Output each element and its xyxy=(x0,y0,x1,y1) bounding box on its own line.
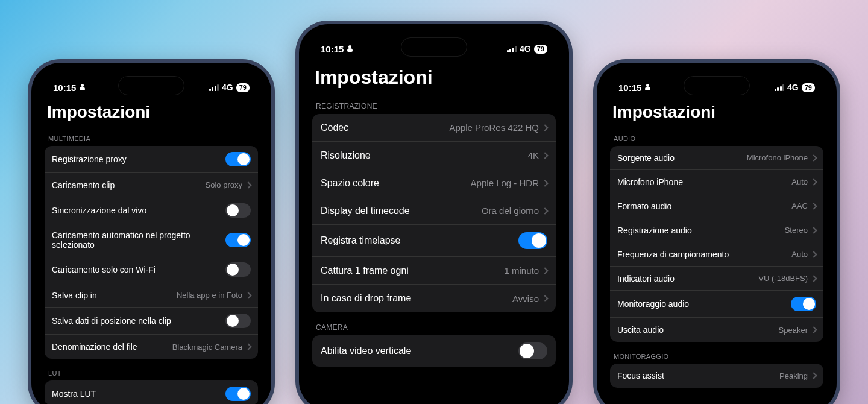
row-label: Salva clip in xyxy=(52,291,97,300)
toggle-salva-dati-di-posizione-nella-clip[interactable] xyxy=(225,314,251,328)
phone-left: 10:15 4G 79 Impostazioni MULTIMEDIARegis… xyxy=(31,63,271,404)
toggle-registrazione-proxy[interactable] xyxy=(225,152,251,166)
row-label: Registrazione proxy xyxy=(52,154,127,164)
row-label: Risoluzione xyxy=(321,150,371,161)
row-label: Formato audio xyxy=(617,201,671,211)
row-label: Indicatori audio xyxy=(617,274,675,283)
row-registrazione-proxy[interactable]: Registrazione proxy xyxy=(45,146,258,173)
status-time: 10:15 xyxy=(321,44,344,54)
row-value: Auto xyxy=(791,250,816,259)
section-multimedia: Registrazione proxyCaricamento clipSolo … xyxy=(45,146,258,359)
page-title: Impostazioni xyxy=(304,59,564,91)
row-microfono-iphone[interactable]: Microfono iPhoneAuto xyxy=(610,170,823,194)
chevron-right-icon xyxy=(541,295,548,301)
toggle-sincronizzazione-dal-vivo[interactable] xyxy=(225,203,251,218)
page-title: Impostazioni xyxy=(36,98,266,124)
row-codec[interactable]: CodecApple ProRes 422 HQ xyxy=(312,114,556,142)
phone-center: 10:15 4G 79 Impostazioni REGISTRAZIONECo… xyxy=(299,24,569,404)
row-caricamento-automatico-nel-progetto-sele[interactable]: Caricamento automatico nel progetto sele… xyxy=(45,224,258,256)
row-denominazione-del-file[interactable]: Denominazione del fileBlackmagic Camera xyxy=(45,335,258,359)
content-center[interactable]: REGISTRAZIONECodecApple ProRes 422 HQRis… xyxy=(304,91,564,367)
chevron-right-icon xyxy=(810,227,817,233)
row-frequenza-di-campionamento[interactable]: Frequenza di campionamentoAuto xyxy=(610,242,823,267)
row-value: 4K xyxy=(528,150,547,160)
row-label: Mostra LUT xyxy=(52,389,96,399)
row-label: Registra timelapse xyxy=(321,235,401,246)
toggle-caricamento-automatico-nel-progetto-sele[interactable] xyxy=(225,233,251,247)
row-in-caso-di-drop-frame[interactable]: In caso di drop frameAvviso xyxy=(312,285,556,312)
row-risoluzione[interactable]: Risoluzione4K xyxy=(312,142,556,169)
person-icon xyxy=(79,84,86,91)
row-salva-dati-di-posizione-nella-clip[interactable]: Salva dati di posizione nella clip xyxy=(45,308,258,335)
row-focus-assist[interactable]: Focus assistPeaking xyxy=(610,364,823,388)
row-formato-audio[interactable]: Formato audioAAC xyxy=(610,194,823,218)
content-right[interactable]: AUDIOSorgente audioMicrofono iPhoneMicro… xyxy=(602,124,832,388)
row-sorgente-audio[interactable]: Sorgente audioMicrofono iPhone xyxy=(610,146,823,170)
section-camera: Abilita video verticale xyxy=(312,335,556,367)
content-left[interactable]: MULTIMEDIARegistrazione proxyCaricamento… xyxy=(36,124,266,404)
page-title: Impostazioni xyxy=(602,98,832,124)
status-time: 10:15 xyxy=(53,83,76,93)
row-display-del-timecode[interactable]: Display del timecodeOra del giorno xyxy=(312,197,556,225)
section-header-multimedia: MULTIMEDIA xyxy=(45,124,258,146)
row-value: Blackmagic Camera xyxy=(172,342,251,352)
row-mostra-lut[interactable]: Mostra LUT xyxy=(45,380,258,404)
row-monitoraggio-audio[interactable]: Monitoraggio audio xyxy=(610,291,823,318)
row-value-text: Peaking xyxy=(779,371,808,380)
row-label: Focus assist xyxy=(617,371,664,380)
toggle-caricamento-solo-con-wi-fi[interactable] xyxy=(225,262,251,277)
row-caricamento-clip[interactable]: Caricamento clipSolo proxy xyxy=(45,173,258,197)
row-label: Caricamento clip xyxy=(52,180,115,190)
row-label: Display del timecode xyxy=(321,206,410,216)
row-label: Salva dati di posizione nella clip xyxy=(52,316,171,326)
row-abilita-video-verticale[interactable]: Abilita video verticale xyxy=(312,335,556,367)
chevron-right-icon xyxy=(810,372,817,379)
row-value: Nella app e in Foto xyxy=(177,291,251,300)
toggle-mostra-lut[interactable] xyxy=(225,387,251,401)
toggle-registra-timelapse[interactable] xyxy=(518,232,547,249)
section-header-audio: AUDIO xyxy=(610,124,823,146)
network-label: 4G xyxy=(520,44,531,54)
screen-left: 10:15 4G 79 Impostazioni MULTIMEDIARegis… xyxy=(36,68,266,404)
toggle-monitoraggio-audio[interactable] xyxy=(791,297,816,311)
row-label: Denominazione del file xyxy=(52,342,137,352)
row-value-text: Avviso xyxy=(512,294,539,304)
row-value: Solo proxy xyxy=(206,180,251,189)
row-caricamento-solo-con-wi-fi[interactable]: Caricamento solo con Wi-Fi xyxy=(45,256,258,283)
row-spazio-colore[interactable]: Spazio coloreApple Log - HDR xyxy=(312,169,556,197)
row-cattura-1-frame-ogni[interactable]: Cattura 1 frame ogni1 minuto xyxy=(312,257,556,285)
toggle-abilita-video-verticale[interactable] xyxy=(518,342,547,359)
row-salva-clip-in[interactable]: Salva clip inNella app e in Foto xyxy=(45,283,258,308)
row-value: Microfono iPhone xyxy=(747,153,816,162)
chevron-right-icon xyxy=(541,207,548,214)
section-header-lut: LUT xyxy=(45,359,258,380)
chevron-right-icon xyxy=(810,326,817,333)
section-header-registrazione: REGISTRAZIONE xyxy=(312,91,556,114)
chevron-right-icon xyxy=(541,180,548,186)
section-registrazione: CodecApple ProRes 422 HQRisoluzione4KSpa… xyxy=(312,114,556,312)
row-label: Cattura 1 frame ogni xyxy=(321,265,409,276)
row-value-text: Blackmagic Camera xyxy=(172,342,242,352)
row-registra-timelapse[interactable]: Registra timelapse xyxy=(312,225,556,257)
row-value-text: AAC xyxy=(791,201,808,210)
chevron-right-icon xyxy=(245,343,251,350)
chevron-right-icon xyxy=(810,154,817,161)
chevron-right-icon xyxy=(541,267,548,274)
row-value-text: Speaker xyxy=(779,326,808,335)
network-label: 4G xyxy=(222,83,233,92)
row-indicatori-audio[interactable]: Indicatori audioVU (-18dBFS) xyxy=(610,267,823,291)
row-value-text: Apple ProRes 422 HQ xyxy=(450,122,539,133)
row-label: Caricamento solo con Wi-Fi xyxy=(52,265,156,274)
chevron-right-icon xyxy=(810,178,817,185)
row-registrazione-audio[interactable]: Registrazione audioStereo xyxy=(610,218,823,242)
battery-icon: 79 xyxy=(802,83,815,92)
row-label: Monitoraggio audio xyxy=(617,299,689,309)
row-value: 1 minuto xyxy=(504,265,547,276)
row-value: VU (-18dBFS) xyxy=(758,274,816,283)
row-sincronizzazione-dal-vivo[interactable]: Sincronizzazione dal vivo xyxy=(45,197,258,224)
row-uscita-audio[interactable]: Uscita audioSpeaker xyxy=(610,318,823,342)
section-header-monitoraggio: MONITORAGGIO xyxy=(610,342,823,364)
battery-icon: 79 xyxy=(534,45,547,54)
row-label: Sorgente audio xyxy=(617,153,675,163)
notch xyxy=(118,76,184,95)
